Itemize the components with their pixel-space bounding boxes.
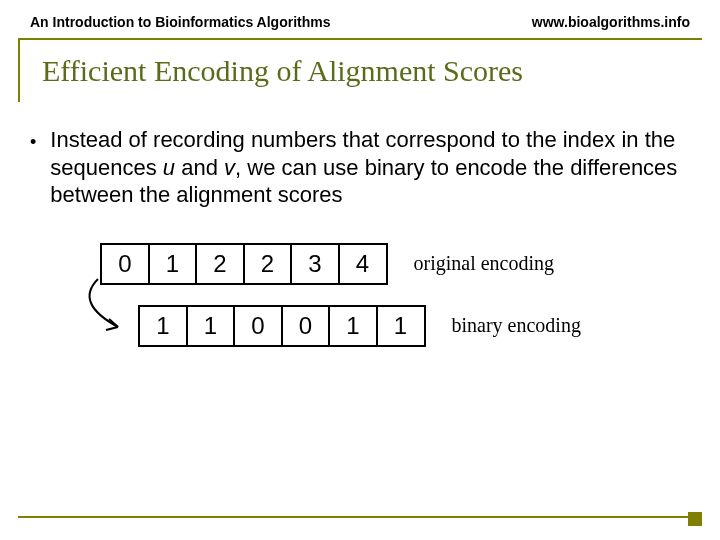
header-right: www.bioalgorithms.info bbox=[532, 14, 690, 30]
binary-row: 1 1 0 0 1 1 binary encoding bbox=[138, 305, 581, 347]
corner-square-icon bbox=[688, 512, 702, 526]
var-v: v bbox=[224, 155, 235, 180]
body-text-2: and bbox=[175, 155, 224, 180]
cell: 1 bbox=[138, 305, 188, 347]
cell: 3 bbox=[290, 243, 340, 285]
cell: 2 bbox=[195, 243, 245, 285]
header-left: An Introduction to Bioinformatics Algori… bbox=[30, 14, 330, 30]
cell: 0 bbox=[100, 243, 150, 285]
binary-label: binary encoding bbox=[452, 314, 581, 337]
body-paragraph: Instead of recording numbers that corres… bbox=[50, 126, 690, 209]
cell: 0 bbox=[233, 305, 283, 347]
slide-body: • Instead of recording numbers that corr… bbox=[0, 102, 720, 383]
cell: 4 bbox=[338, 243, 388, 285]
var-u: u bbox=[163, 155, 175, 180]
original-row: 0 1 2 2 3 4 original encoding bbox=[100, 243, 554, 285]
cell: 1 bbox=[186, 305, 236, 347]
bottom-rule bbox=[18, 516, 702, 518]
cell: 2 bbox=[243, 243, 293, 285]
encoding-diagram: 0 1 2 2 3 4 original encoding 1 1 0 0 1 … bbox=[80, 243, 690, 383]
original-label: original encoding bbox=[414, 252, 555, 275]
cell: 1 bbox=[328, 305, 378, 347]
slide-header: An Introduction to Bioinformatics Algori… bbox=[0, 0, 720, 38]
bullet-item: • Instead of recording numbers that corr… bbox=[30, 126, 690, 209]
cell: 0 bbox=[281, 305, 331, 347]
slide-title: Efficient Encoding of Alignment Scores bbox=[18, 40, 720, 102]
cell: 1 bbox=[148, 243, 198, 285]
bullet-icon: • bbox=[30, 132, 36, 153]
cell: 1 bbox=[376, 305, 426, 347]
